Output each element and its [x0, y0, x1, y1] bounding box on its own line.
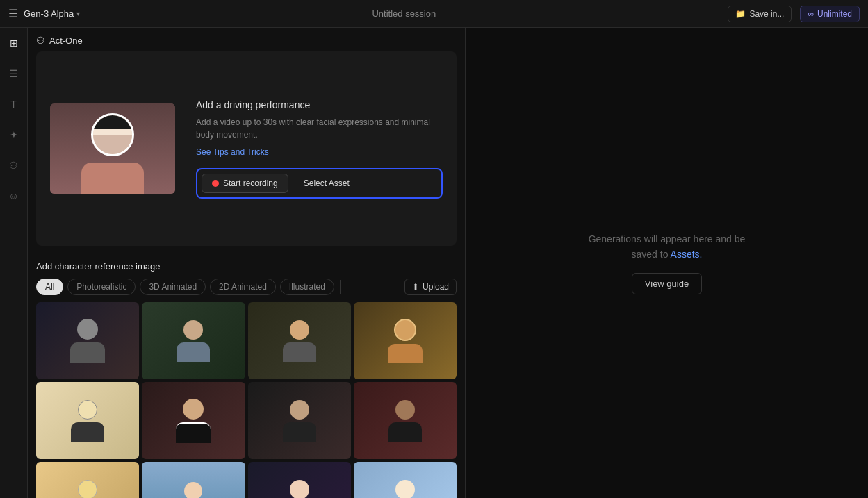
generations-desc: Generations will appear here and besaved… — [589, 233, 746, 260]
grid-item-image — [248, 302, 351, 379]
app-name-label: Gen-3 Alpha — [24, 8, 74, 19]
grid-item-image — [36, 462, 139, 498]
grid-item[interactable] — [354, 382, 457, 459]
save-button[interactable]: 📁 Save in... — [728, 6, 792, 22]
infinity-icon: ∞ — [808, 9, 814, 19]
driving-title: Add a driving performance — [196, 99, 443, 110]
driving-info: Add a driving performance Add a video up… — [196, 99, 443, 199]
person-icon-btn[interactable]: ☺ — [4, 186, 24, 206]
unlimited-badge: ∞ Unlimited — [800, 6, 860, 22]
left-panel: ⚇ Act-One — [28, 28, 466, 498]
text-icon-btn[interactable]: T — [4, 94, 24, 114]
assets-link[interactable]: Assets. — [671, 249, 703, 260]
char-ref-title: Add character reference image — [36, 261, 457, 272]
topbar: ☰ Gen-3 Alpha ▾ Untitled session 📁 Save … — [0, 0, 868, 28]
grid-item[interactable] — [142, 302, 245, 379]
act-one-header: ⚇ Act-One — [36, 35, 457, 46]
topbar-left: ☰ Gen-3 Alpha ▾ — [8, 7, 80, 20]
grid-item-image — [354, 382, 457, 459]
grid-item[interactable] — [248, 462, 351, 498]
view-guide-button[interactable]: View guide — [632, 273, 702, 294]
tab-3d-animated[interactable]: 3D Animated — [140, 279, 206, 295]
grid-item-image — [36, 382, 139, 459]
grid-icon-btn[interactable]: ⊞ — [4, 33, 24, 53]
grid-item-image — [142, 462, 245, 498]
grid-item[interactable] — [36, 382, 139, 459]
act-one-label: Act-One — [49, 35, 83, 46]
wand-icon-btn[interactable]: ✦ — [4, 125, 24, 144]
menu-icon[interactable]: ☰ — [8, 7, 18, 20]
char-ref-section: Add character reference image All Photor… — [28, 253, 465, 498]
grid-item-image — [354, 462, 457, 498]
upload-button[interactable]: ⬆ Upload — [404, 279, 457, 295]
grid-item[interactable] — [142, 462, 245, 498]
tab-photorealistic[interactable]: Photorealistic — [67, 279, 136, 295]
tab-2d-animated[interactable]: 2D Animated — [210, 279, 276, 295]
record-dot-icon — [212, 180, 219, 187]
grid-item[interactable] — [354, 462, 457, 498]
act-one-section: ⚇ Act-One — [28, 28, 465, 253]
action-buttons: Start recording Select Asset — [196, 168, 443, 199]
grid-item-image — [248, 462, 351, 498]
image-grid — [36, 302, 457, 498]
select-asset-button[interactable]: Select Asset — [294, 174, 359, 193]
grid-item[interactable] — [36, 302, 139, 379]
filter-divider — [340, 280, 341, 294]
people-icon-btn[interactable]: ⚇ — [4, 156, 24, 175]
grid-item[interactable] — [354, 302, 457, 379]
grid-item-image — [142, 382, 245, 459]
grid-item[interactable] — [248, 302, 351, 379]
start-recording-label: Start recording — [223, 179, 278, 188]
grid-item-image — [354, 302, 457, 379]
tips-link[interactable]: See Tips and Tricks — [196, 147, 269, 157]
grid-item[interactable] — [248, 382, 351, 459]
right-panel: Generations will appear here and besaved… — [466, 28, 868, 498]
grid-item[interactable] — [142, 382, 245, 459]
app-name-button[interactable]: Gen-3 Alpha ▾ — [24, 8, 80, 19]
grid-item-image — [248, 382, 351, 459]
tab-all[interactable]: All — [36, 279, 63, 295]
upload-label: Upload — [423, 282, 449, 292]
icon-sidebar: ⊞ ☰ T ✦ ⚇ ☺ — [0, 28, 28, 498]
folder-icon: 📁 — [735, 9, 746, 19]
video-preview — [50, 103, 175, 194]
generations-text: Generations will appear here and besaved… — [589, 231, 746, 263]
select-asset-label: Select Asset — [304, 179, 350, 188]
grid-item-image — [142, 302, 245, 379]
upload-icon: ⬆ — [412, 282, 419, 292]
video-preview-inner — [50, 103, 175, 194]
grid-item[interactable] — [36, 462, 139, 498]
topbar-right: 📁 Save in... ∞ Unlimited — [728, 6, 860, 22]
tab-illustrated[interactable]: Illustrated — [280, 279, 334, 295]
act-one-person-icon: ⚇ — [36, 35, 45, 46]
start-recording-button[interactable]: Start recording — [202, 174, 288, 193]
filter-tabs: All Photorealistic 3D Animated 2D Animat… — [36, 279, 457, 295]
session-title: Untitled session — [372, 8, 436, 19]
grid-item-image — [36, 302, 139, 379]
unlimited-label: Unlimited — [817, 9, 852, 19]
act-one-canvas: Add a driving performance Add a video up… — [36, 51, 457, 246]
save-label: Save in... — [749, 9, 784, 19]
app-name-chevron: ▾ — [76, 10, 80, 17]
driving-desc: Add a video up to 30s with clear facial … — [196, 116, 443, 141]
main-layout: ⊞ ☰ T ✦ ⚇ ☺ ⚇ Act-One — [0, 28, 868, 498]
layers-icon-btn[interactable]: ☰ — [4, 64, 24, 83]
